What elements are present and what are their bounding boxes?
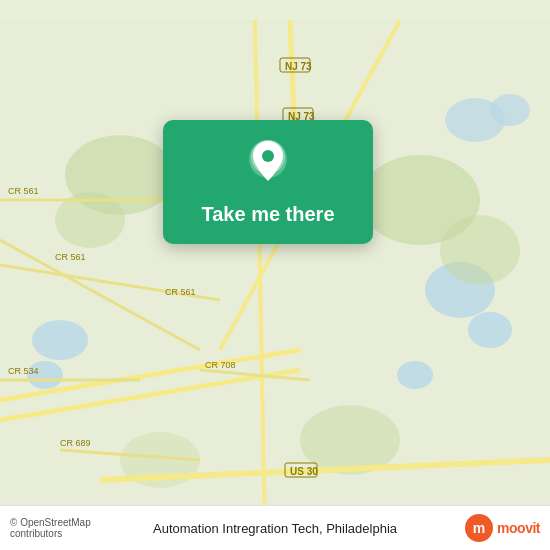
moovit-icon: m xyxy=(465,514,493,542)
bottom-bar: © OpenStreetMap contributors Automation … xyxy=(0,505,550,550)
svg-point-1 xyxy=(32,320,88,360)
svg-text:NJ 73: NJ 73 xyxy=(285,61,312,72)
map-container: NJ 73 NJ 73 CR 561 CR 561 CR 561 CR 534 … xyxy=(0,0,550,550)
svg-text:CR 561: CR 561 xyxy=(8,186,39,196)
svg-text:m: m xyxy=(473,520,485,536)
moovit-logo: m moovit xyxy=(434,514,540,542)
svg-text:CR 534: CR 534 xyxy=(8,366,39,376)
location-pin-icon xyxy=(245,137,291,191)
svg-point-40 xyxy=(262,150,274,162)
svg-text:US 30: US 30 xyxy=(290,466,318,477)
svg-text:CR 689: CR 689 xyxy=(60,438,91,448)
copyright-text: © OpenStreetMap contributors xyxy=(10,517,116,539)
svg-text:CR 708: CR 708 xyxy=(205,360,236,370)
map-svg: NJ 73 NJ 73 CR 561 CR 561 CR 561 CR 534 … xyxy=(0,0,550,550)
action-card[interactable]: Take me there xyxy=(163,120,373,244)
svg-text:CR 561: CR 561 xyxy=(55,252,86,262)
moovit-text: moovit xyxy=(497,520,540,536)
svg-point-7 xyxy=(490,94,530,126)
location-icon-wrap xyxy=(242,138,294,190)
svg-point-5 xyxy=(397,361,433,389)
svg-point-10 xyxy=(440,215,520,285)
location-title: Automation Intregration Tech, Philadelph… xyxy=(116,521,434,536)
svg-text:CR 561: CR 561 xyxy=(165,287,196,297)
svg-point-4 xyxy=(468,312,512,348)
take-me-there-label: Take me there xyxy=(201,202,334,226)
